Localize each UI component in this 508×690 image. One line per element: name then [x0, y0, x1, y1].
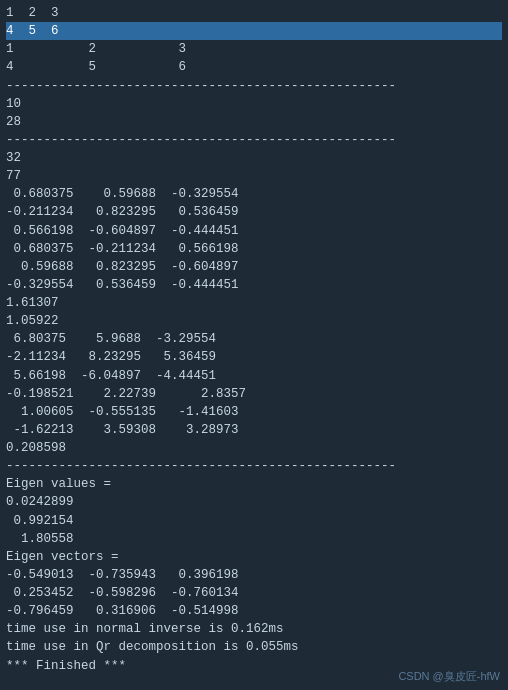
terminal-line: 4 5 6	[6, 22, 502, 40]
terminal-line: -0.549013 -0.735943 0.396198	[6, 566, 502, 584]
terminal-line: Eigen vectors =	[6, 548, 502, 566]
terminal-line: -2.11234 8.23295 5.36459	[6, 348, 502, 366]
watermark: CSDN @臭皮匠-hfW	[398, 669, 500, 684]
terminal-line: -0.329554 0.536459 -0.444451	[6, 276, 502, 294]
terminal-window: 1 2 34 5 61 2 34 5 6--------------------…	[0, 0, 508, 690]
terminal-line: 32	[6, 149, 502, 167]
terminal-line: 0.253452 -0.598296 -0.760134	[6, 584, 502, 602]
terminal-line: 1.80558	[6, 530, 502, 548]
terminal-line: time use in normal inverse is 0.162ms	[6, 620, 502, 638]
terminal-line: 1.05922	[6, 312, 502, 330]
terminal-line: 0.680375 0.59688 -0.329554	[6, 185, 502, 203]
output-area: 1 2 34 5 61 2 34 5 6--------------------…	[6, 4, 502, 675]
terminal-line: 0.208598	[6, 439, 502, 457]
terminal-line: 5.66198 -6.04897 -4.44451	[6, 367, 502, 385]
terminal-line: 1.00605 -0.555135 -1.41603	[6, 403, 502, 421]
terminal-line: 1 2 3	[6, 4, 502, 22]
terminal-line: ----------------------------------------…	[6, 457, 502, 475]
terminal-line: time use in Qr decomposition is 0.055ms	[6, 638, 502, 656]
terminal-line: 6.80375 5.9688 -3.29554	[6, 330, 502, 348]
terminal-line: 0.680375 -0.211234 0.566198	[6, 240, 502, 258]
terminal-line: 0.992154	[6, 512, 502, 530]
terminal-line: 1 2 3	[6, 40, 502, 58]
terminal-line: 0.0242899	[6, 493, 502, 511]
terminal-line: ----------------------------------------…	[6, 131, 502, 149]
terminal-line: -1.62213 3.59308 3.28973	[6, 421, 502, 439]
terminal-line: Eigen values =	[6, 475, 502, 493]
terminal-line: ----------------------------------------…	[6, 77, 502, 95]
terminal-line: 1.61307	[6, 294, 502, 312]
terminal-line: 77	[6, 167, 502, 185]
terminal-line: -0.796459 0.316906 -0.514998	[6, 602, 502, 620]
terminal-line: 10	[6, 95, 502, 113]
terminal-line: 28	[6, 113, 502, 131]
terminal-line: 4 5 6	[6, 58, 502, 76]
terminal-line: -0.211234 0.823295 0.536459	[6, 203, 502, 221]
terminal-line: 0.566198 -0.604897 -0.444451	[6, 222, 502, 240]
terminal-line: -0.198521 2.22739 2.8357	[6, 385, 502, 403]
terminal-line: 0.59688 0.823295 -0.604897	[6, 258, 502, 276]
